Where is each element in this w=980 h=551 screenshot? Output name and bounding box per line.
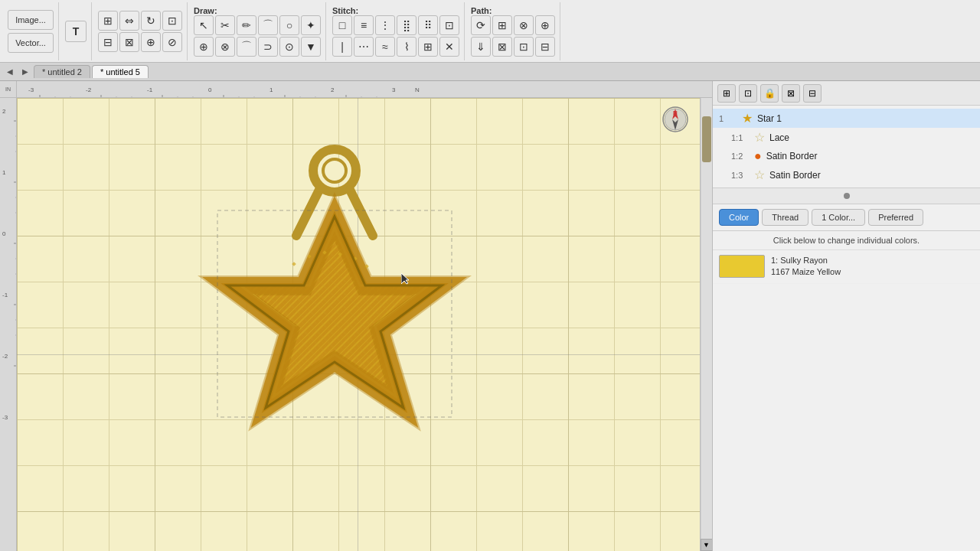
draw-tool-7[interactable]: ⊕ [194, 37, 214, 57]
panel-tool-4[interactable]: ⊠ [782, 84, 800, 103]
color-swatch-label-1: 1: Sulky Rayon 1167 Maize Yellow [771, 255, 841, 279]
stitch-tool-1[interactable]: □ [332, 15, 352, 35]
svg-text:3: 3 [392, 86, 396, 93]
canvas-content[interactable]: N [17, 98, 712, 551]
color-info-text: Click below to change individual colors. [713, 231, 980, 250]
panel-tool-1[interactable]: ⊞ [717, 84, 736, 103]
star-outline-icon-lace: ☆ [754, 130, 765, 145]
tree-item-lace[interactable]: 1:1 ☆ Lace [713, 128, 980, 147]
svg-rect-64 [292, 262, 296, 266]
path-tool-3[interactable]: ⊗ [514, 15, 534, 35]
tree-item-star1[interactable]: 1 ★ Star 1 [713, 109, 980, 128]
svg-text:-2: -2 [86, 86, 92, 93]
vector-button[interactable]: Vector... [8, 33, 54, 53]
tab-untitled5[interactable]: * untitled 5 [92, 65, 149, 78]
stitch-tool-10[interactable]: ⌇ [397, 37, 416, 57]
path-tool-5[interactable]: ⇓ [471, 37, 491, 57]
star-filled-icon: ★ [742, 111, 753, 126]
stitch-tool-6[interactable]: ⊡ [439, 15, 459, 35]
scrollbar-track[interactable] [701, 93, 712, 539]
stitch-tool-3[interactable]: ⋮ [375, 15, 395, 35]
draw-tool-3[interactable]: ✏ [237, 15, 256, 35]
canvas-wrapper[interactable]: IN -3 -2 -1 0 1 2 3 [0, 81, 712, 551]
tree-item-label-star1: Star 1 [757, 113, 782, 124]
color-tab-one-color[interactable]: 1 Color... [812, 209, 865, 226]
tab-untitled2[interactable]: * untitled 2 [34, 65, 90, 78]
tree-item-label-lace: Lace [769, 132, 789, 143]
stitch-tool-4[interactable]: ⣿ [397, 15, 416, 35]
flip-h-tool[interactable]: ⇔ [119, 11, 139, 31]
color-swatch-row-1[interactable]: 1: Sulky Rayon 1167 Maize Yellow [713, 250, 980, 284]
stitch-tool-8[interactable]: ⋯ [354, 37, 374, 57]
path-tool-1[interactable]: ⟳ [471, 15, 491, 35]
select-tool[interactable]: ⊞ [98, 11, 118, 31]
svg-text:N: N [673, 109, 678, 116]
path-tool-8[interactable]: ⊟ [535, 37, 555, 57]
path-tool-4[interactable]: ⊕ [535, 15, 555, 35]
path-tool-6[interactable]: ⊠ [492, 37, 512, 57]
swatch-label-line1: 1: Sulky Rayon [771, 255, 841, 266]
stitch-tool-2[interactable]: ≡ [354, 15, 374, 35]
mirror-tool[interactable]: ⊟ [98, 32, 118, 52]
ruler-horizontal: -3 -2 -1 0 1 2 3 [17, 81, 712, 98]
draw-group: Draw: ↖ ✂ ✏ ⌒ ○ ✦ ⊕ ⊗ ⌒ ⊃ ⊙ ▼ [189, 2, 326, 60]
tree-item-satin2[interactable]: 1:3 ☆ Satin Border [713, 165, 980, 184]
color-swatch-1[interactable] [719, 255, 765, 278]
text-group: T [60, 2, 92, 60]
color-tab-thread[interactable]: Thread [762, 209, 808, 226]
tree-item-number-1: 1 [719, 114, 737, 123]
right-panel: ⊞ ⊡ 🔒 ⊠ ⊟ 1 ★ Star 1 1:1 ☆ Lace 1:2 ● [712, 81, 980, 551]
svg-rect-59 [216, 213, 453, 419]
draw-tool-2[interactable]: ✂ [215, 15, 235, 35]
draw-tool-8[interactable]: ⊗ [215, 37, 235, 57]
draw-tool-10[interactable]: ⊃ [258, 37, 278, 57]
svg-text:-1: -1 [147, 86, 153, 93]
panel-tool-5[interactable]: ⊟ [803, 84, 822, 103]
stitch-tool-12[interactable]: ✕ [439, 37, 459, 57]
draw-tool-12[interactable]: ▼ [301, 37, 321, 57]
scrollbar-thumb[interactable] [702, 116, 711, 162]
transform-group: ⊞ ⇔ ↻ ⊡ ⊟ ⊠ ⊕ ⊘ [93, 2, 188, 60]
scroll-down-button[interactable]: ▼ [701, 539, 713, 551]
tree-item-label-satin2: Satin Border [769, 170, 821, 181]
stitch-tool-7[interactable]: | [332, 37, 352, 57]
draw-tool-11[interactable]: ⊙ [279, 37, 299, 57]
draw-tool-4[interactable]: ⌒ [258, 15, 278, 35]
color-tab-color[interactable]: Color [719, 209, 759, 226]
scale-tool[interactable]: ⊡ [162, 11, 182, 31]
image-button[interactable]: Image... [8, 10, 54, 30]
panel-tool-3[interactable]: 🔒 [760, 84, 779, 103]
tree-item-number-13: 1:3 [731, 171, 750, 180]
tab-next-button[interactable]: ▶ [18, 65, 32, 79]
panel-tool-2[interactable]: ⊡ [739, 84, 757, 103]
stitch-tool-9[interactable]: ≈ [375, 37, 395, 57]
stitch-label: Stitch: [332, 6, 358, 15]
draw-tool-1[interactable]: ↖ [194, 15, 214, 35]
tab-prev-button[interactable]: ◀ [3, 65, 17, 79]
svg-text:-2: -2 [2, 353, 8, 360]
stitch-tool-5[interactable]: ⠿ [418, 15, 438, 35]
svg-text:2: 2 [331, 86, 335, 93]
swatch-label-line2: 1167 Maize Yellow [771, 266, 841, 278]
align-tool[interactable]: ⊠ [119, 32, 139, 52]
color-tab-preferred[interactable]: Preferred [868, 209, 923, 226]
svg-text:N: N [415, 86, 420, 93]
draw-tool-5[interactable]: ○ [279, 15, 299, 35]
dist-tool[interactable]: ⊕ [141, 32, 161, 52]
main-area: IN -3 -2 -1 0 1 2 3 [0, 81, 980, 551]
svg-text:-3: -3 [28, 86, 34, 93]
path-tool-2[interactable]: ⊞ [492, 15, 512, 35]
draw-tool-6[interactable]: ✦ [301, 15, 321, 35]
stitch-tool-11[interactable]: ⊞ [418, 37, 438, 57]
draw-tool-9[interactable]: ⌒ [237, 37, 256, 57]
arrange-tool[interactable]: ⊘ [162, 32, 182, 52]
path-tool-7[interactable]: ⊡ [514, 37, 534, 57]
ruler-vertical: 2 1 0 -1 -2 -3 [0, 98, 17, 551]
color-panel: Color Thread 1 Color... Preferred Click … [713, 188, 980, 551]
rotate-tool[interactable]: ↻ [141, 11, 161, 31]
tree-item-satin1[interactable]: 1:2 ● Satin Border [713, 147, 980, 165]
text-tool-button[interactable]: T [65, 21, 87, 42]
color-dot-indicator [844, 193, 850, 199]
star-embroidery[interactable] [155, 136, 514, 536]
scrollbar-vertical: ▲ ▼ [700, 81, 712, 551]
